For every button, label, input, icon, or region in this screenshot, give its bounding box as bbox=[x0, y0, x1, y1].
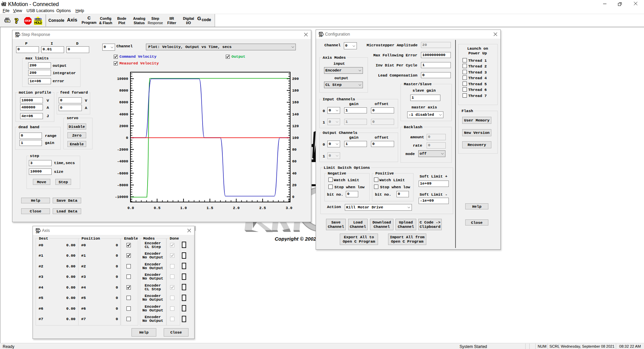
svg-text:1.5: 1.5 bbox=[207, 206, 213, 210]
svg-text:-4000: -4000 bbox=[117, 159, 128, 163]
svg-text:-8000: -8000 bbox=[117, 183, 128, 187]
svg-text:3.0: 3.0 bbox=[286, 206, 292, 210]
svg-text:2000: 2000 bbox=[119, 124, 128, 128]
svg-text:2.5: 2.5 bbox=[259, 206, 266, 210]
svg-text:-6000: -6000 bbox=[117, 171, 128, 176]
svg-text:20: 20 bbox=[292, 183, 297, 187]
svg-text:160: 160 bbox=[292, 100, 299, 104]
svg-text:180: 180 bbox=[292, 89, 299, 93]
svg-text:80: 80 bbox=[292, 148, 297, 152]
svg-text:0.5: 0.5 bbox=[154, 206, 160, 210]
svg-text:40: 40 bbox=[292, 171, 297, 176]
svg-text:6000: 6000 bbox=[119, 100, 128, 104]
svg-text:120: 120 bbox=[292, 124, 299, 128]
svg-text:10000: 10000 bbox=[117, 77, 128, 81]
svg-text:0: 0 bbox=[292, 195, 294, 199]
svg-text:140: 140 bbox=[292, 112, 299, 116]
svg-text:-10000: -10000 bbox=[115, 195, 128, 199]
svg-text:8000: 8000 bbox=[119, 89, 128, 93]
svg-text:200: 200 bbox=[292, 77, 299, 81]
svg-text:0: 0 bbox=[126, 136, 128, 140]
svg-text:STOP: STOP bbox=[25, 19, 31, 22]
svg-text:4000: 4000 bbox=[119, 112, 128, 116]
svg-text:HOLD: HOLD bbox=[34, 20, 42, 24]
svg-text:-2000: -2000 bbox=[117, 148, 128, 152]
svg-text:60: 60 bbox=[292, 159, 297, 163]
svg-text:DM: DM bbox=[36, 231, 40, 234]
svg-text:1.0: 1.0 bbox=[180, 206, 187, 210]
svg-text:2.0: 2.0 bbox=[233, 206, 239, 210]
svg-text:0.0: 0.0 bbox=[127, 206, 134, 210]
svg-text:100: 100 bbox=[292, 136, 299, 140]
svg-text:DM: DM bbox=[319, 35, 323, 37]
